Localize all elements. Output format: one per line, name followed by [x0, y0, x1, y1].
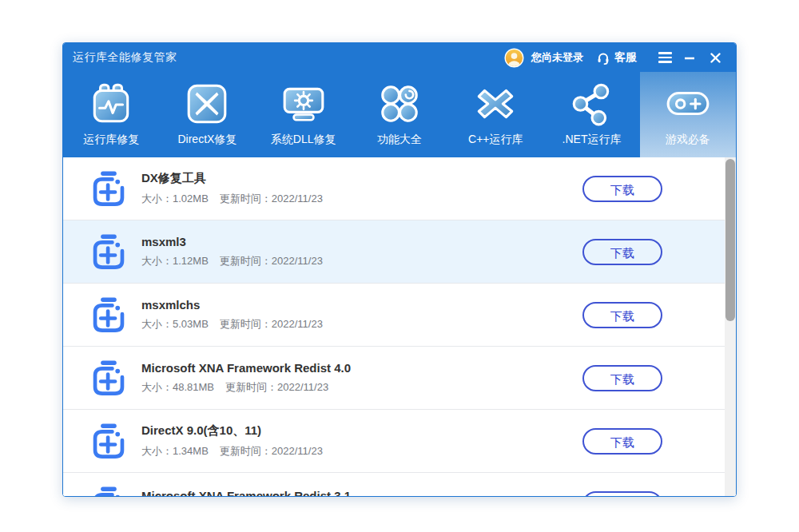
list-item: DirectX 9.0(含10、11) 大小：1.34MB更新时间：2022/1… [63, 410, 725, 473]
download-button[interactable]: 下载 [582, 365, 662, 391]
download-button[interactable]: 下载 [582, 176, 662, 202]
nav-label: DirectX修复 [177, 133, 237, 147]
avatar[interactable] [504, 48, 524, 68]
nav-item-dotnet-runtime[interactable]: .NET运行库 [543, 72, 639, 157]
scrollbar-thumb[interactable] [725, 159, 735, 321]
updated-label: 更新时间： [220, 255, 272, 267]
size-label: 大小： [141, 255, 173, 267]
customer-service-button[interactable]: 客服 [596, 50, 637, 65]
download-list: DX修复工具 大小：1.02MB更新时间：2022/11/23 下载 msxml… [63, 157, 736, 497]
updated-label: 更新时间： [220, 193, 272, 204]
list-item: DX修复工具 大小：1.02MB更新时间：2022/11/23 下载 [63, 157, 725, 220]
app-title: 运行库全能修复管家 [73, 50, 177, 65]
size-value: 1.34MB [173, 445, 209, 457]
size-value: 1.02MB [173, 193, 209, 204]
size-label: 大小： [141, 318, 173, 330]
clover-icon [376, 81, 423, 127]
item-name: msxml3 [141, 235, 323, 248]
item-meta: 大小：5.03MB更新时间：2022/11/23 [141, 317, 323, 332]
download-button[interactable]: 下载 [582, 428, 662, 455]
updated-value: 2022/11/23 [277, 381, 328, 393]
download-button[interactable]: 下载 [582, 239, 662, 265]
item-meta: 大小：1.02MB更新时间：2022/11/23 [141, 192, 323, 206]
headset-icon [596, 50, 610, 65]
nav-item-all-features[interactable]: 功能大全 [352, 72, 447, 157]
list-item: Microsoft XNA Framework Redist 4.0 大小：48… [63, 347, 725, 410]
monitor-gear-icon [280, 81, 327, 127]
share-nodes-icon [569, 81, 615, 127]
customer-service-label: 客服 [614, 50, 637, 65]
item-text: msxml3 大小：1.12MB更新时间：2022/11/23 [141, 235, 323, 268]
item-meta: 大小：1.12MB更新时间：2022/11/23 [141, 254, 323, 268]
updated-label: 更新时间： [225, 381, 277, 393]
item-text: Microsoft XNA Framework Redist 4.0 大小：48… [141, 361, 351, 395]
nav-label: 游戏必备 [666, 133, 710, 147]
close-button[interactable] [704, 49, 726, 66]
updated-value: 2022/11/23 [272, 445, 323, 457]
updated-label: 更新时间： [220, 318, 272, 330]
package-add-icon [89, 232, 129, 272]
package-add-icon [89, 169, 129, 208]
size-label: 大小： [141, 193, 173, 204]
size-value: 1.12MB [173, 255, 209, 267]
title-bar: 运行库全能修复管家 您尚未登录 [63, 43, 736, 72]
size-value: 48.81MB [173, 381, 214, 393]
item-meta: 大小：48.81MB更新时间：2022/11/23 [141, 380, 351, 395]
nav-label: 系统DLL修复 [271, 133, 336, 147]
item-name: Microsoft XNA Framework Redist 3.1 [141, 489, 351, 498]
size-value: 5.03MB [173, 318, 209, 330]
scrollbar-track[interactable] [725, 157, 736, 497]
login-status[interactable]: 您尚未登录 [531, 50, 583, 65]
nav-label: 功能大全 [377, 133, 422, 147]
minimize-icon [684, 52, 695, 63]
item-name: msxmlchs [141, 298, 323, 312]
item-name: DirectX 9.0(含10、11) [141, 423, 323, 439]
nav-label: 运行库修复 [83, 133, 139, 147]
item-name: Microsoft XNA Framework Redist 4.0 [141, 361, 351, 375]
nav-item-directx-repair[interactable]: DirectX修复 [159, 72, 255, 157]
item-meta: 大小：1.34MB更新时间：2022/11/23 [141, 444, 323, 459]
item-text: DirectX 9.0(含10、11) 大小：1.34MB更新时间：2022/1… [141, 423, 323, 459]
nav-item-runtime-repair[interactable]: 运行库修复 [63, 72, 159, 157]
titlebar-right: 您尚未登录 客服 [504, 48, 726, 68]
package-add-icon [89, 295, 129, 335]
nav-item-system-dll-repair[interactable]: 系统DLL修复 [256, 72, 352, 157]
directx-x-icon [184, 81, 230, 127]
package-add-icon [89, 358, 129, 398]
item-text: Microsoft XNA Framework Redist 3.1 [141, 489, 351, 498]
close-icon [710, 53, 721, 63]
package-add-icon [89, 484, 129, 497]
updated-label: 更新时间： [220, 445, 272, 457]
menu-button[interactable] [654, 49, 675, 66]
nav-label: C++运行库 [468, 133, 523, 147]
updated-value: 2022/11/23 [272, 193, 323, 204]
download-button[interactable]: 下载 [582, 302, 662, 328]
clipboard-pulse-icon [88, 81, 134, 127]
item-text: DX修复工具 大小：1.02MB更新时间：2022/11/23 [141, 171, 323, 206]
updated-value: 2022/11/23 [272, 255, 323, 267]
list-item: Microsoft XNA Framework Redist 3.1 下载 [63, 473, 725, 497]
item-text: msxmlchs 大小：5.03MB更新时间：2022/11/23 [141, 298, 323, 332]
list-item: msxml3 大小：1.12MB更新时间：2022/11/23 下载 [63, 220, 725, 284]
list-rows: DX修复工具 大小：1.02MB更新时间：2022/11/23 下载 msxml… [63, 157, 725, 497]
package-add-icon [89, 421, 129, 461]
updated-value: 2022/11/23 [272, 318, 323, 330]
size-label: 大小： [141, 381, 173, 393]
gamepad-icon [665, 81, 711, 127]
nav-item-game-essentials[interactable]: 游戏必备 [640, 72, 736, 157]
minimize-button[interactable] [678, 49, 701, 66]
visual-studio-icon [472, 81, 519, 127]
hamburger-icon [658, 52, 672, 54]
nav-bar: 运行库修复 DirectX修复 [63, 72, 736, 157]
list-item: msxmlchs 大小：5.03MB更新时间：2022/11/23 下载 [63, 284, 725, 347]
app-window: 运行库全能修复管家 您尚未登录 [62, 42, 737, 497]
download-button[interactable]: 下载 [582, 491, 662, 498]
nav-item-cpp-runtime[interactable]: C++运行库 [447, 72, 543, 157]
size-label: 大小： [141, 445, 173, 457]
nav-label: .NET运行库 [562, 133, 622, 147]
item-name: DX修复工具 [141, 171, 323, 186]
